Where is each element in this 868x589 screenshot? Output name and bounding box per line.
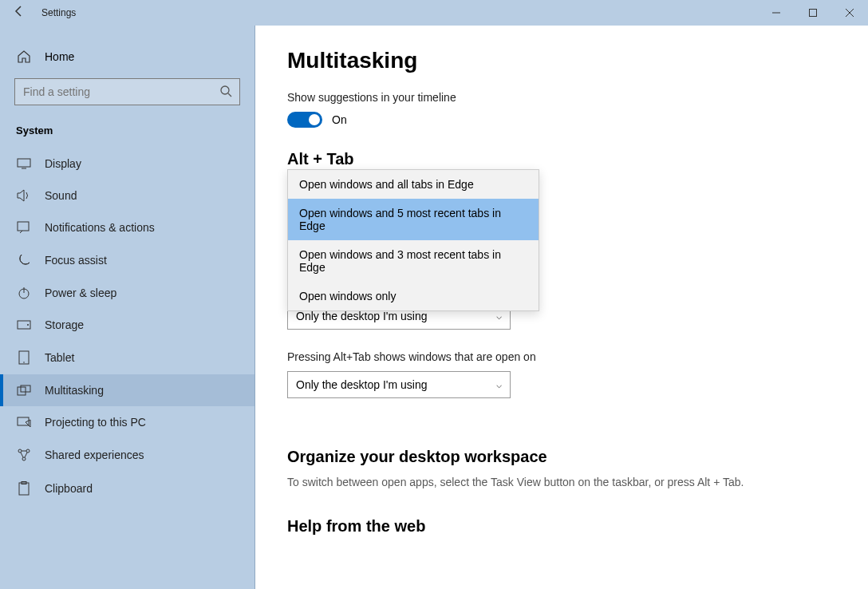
tablet-icon	[16, 350, 32, 365]
sidebar-item-label: Notifications & actions	[45, 221, 155, 234]
svg-rect-6	[18, 159, 30, 167]
svg-line-5	[228, 93, 231, 97]
sidebar-item-tablet[interactable]: Tablet	[0, 341, 254, 374]
alttab-windows-select[interactable]: Only the desktop I'm using ⌵	[287, 371, 511, 398]
dropdown-option[interactable]: Open windows only	[288, 282, 539, 310]
timeline-toggle[interactable]	[287, 112, 322, 128]
sidebar-item-storage[interactable]: Storage	[0, 309, 254, 341]
sidebar-item-label: Projecting to this PC	[45, 416, 146, 429]
help-heading: Help from the web	[287, 517, 836, 536]
sidebar: Home System Display Sound Notifications …	[0, 26, 255, 589]
svg-rect-15	[18, 387, 26, 395]
notifications-icon	[16, 221, 32, 234]
sidebar-item-sound[interactable]: Sound	[0, 180, 254, 211]
timeline-label: Show suggestions in your timeline	[287, 91, 836, 104]
alttab-windows-label: Pressing Alt+Tab shows windows that are …	[287, 350, 836, 363]
shared-experiences-icon	[16, 448, 32, 462]
sidebar-item-label: Multitasking	[45, 384, 104, 397]
storage-icon	[16, 320, 32, 330]
sidebar-item-multitasking[interactable]: Multitasking	[0, 374, 254, 406]
window-title: Settings	[38, 7, 76, 18]
taskbar-select-value: Only the desktop I'm using	[296, 310, 428, 322]
svg-point-18	[18, 449, 22, 453]
close-button[interactable]	[831, 0, 868, 26]
svg-point-19	[26, 449, 30, 453]
sidebar-item-label: Clipboard	[45, 482, 93, 495]
sidebar-item-power-sleep[interactable]: Power & sleep	[0, 277, 254, 309]
dropdown-option[interactable]: Open windows and 3 most recent tabs in E…	[288, 240, 539, 282]
titlebar: Settings	[0, 0, 868, 26]
organize-desc: To switch between open apps, select the …	[287, 476, 836, 488]
sidebar-item-label: Focus assist	[45, 254, 107, 267]
sidebar-item-display[interactable]: Display	[0, 148, 254, 180]
home-label: Home	[45, 50, 74, 63]
svg-point-4	[221, 86, 229, 94]
sidebar-item-focus-assist[interactable]: Focus assist	[0, 243, 254, 277]
dropdown-option[interactable]: Open windows and 5 most recent tabs in E…	[288, 199, 539, 240]
projecting-icon	[16, 417, 32, 428]
content-pane: Multitasking Show suggestions in your ti…	[255, 26, 868, 589]
sidebar-item-label: Shared experiences	[45, 449, 144, 461]
sidebar-item-label: Power & sleep	[45, 287, 116, 299]
minimize-button[interactable]	[758, 0, 795, 26]
sidebar-item-label: Display	[45, 157, 81, 170]
search-container	[14, 78, 240, 105]
maximize-button[interactable]	[795, 0, 831, 26]
svg-rect-8	[18, 222, 29, 231]
search-icon	[219, 85, 232, 101]
sidebar-item-projecting[interactable]: Projecting to this PC	[0, 406, 254, 438]
alttab-heading: Alt + Tab	[287, 150, 836, 168]
chevron-down-icon: ⌵	[496, 379, 502, 390]
category-heading: System	[0, 120, 254, 148]
sidebar-item-notifications[interactable]: Notifications & actions	[0, 211, 254, 243]
back-button[interactable]	[0, 5, 38, 21]
toggle-state: On	[332, 113, 347, 126]
home-nav[interactable]: Home	[0, 42, 254, 72]
page-title: Multitasking	[287, 48, 836, 73]
svg-point-12	[27, 324, 29, 326]
svg-rect-21	[19, 483, 29, 495]
power-icon	[16, 287, 32, 299]
sidebar-item-label: Storage	[45, 318, 84, 331]
svg-point-14	[23, 362, 25, 363]
alttab-windows-select-value: Only the desktop I'm using	[296, 378, 428, 391]
dropdown-option[interactable]: Open windows and all tabs in Edge	[288, 170, 539, 199]
svg-point-20	[22, 457, 26, 461]
organize-heading: Organize your desktop workspace	[287, 448, 836, 466]
home-icon	[16, 49, 32, 64]
alttab-dropdown: Open windows and all tabs in Edge Open w…	[287, 169, 539, 311]
clipboard-icon	[16, 481, 32, 496]
multitasking-icon	[16, 385, 32, 396]
chevron-down-icon: ⌵	[496, 310, 502, 322]
sidebar-item-label: Tablet	[45, 351, 74, 364]
sidebar-item-shared-experiences[interactable]: Shared experiences	[0, 438, 254, 472]
svg-rect-1	[810, 10, 817, 17]
sidebar-item-clipboard[interactable]: Clipboard	[0, 472, 254, 505]
display-icon	[16, 158, 32, 169]
focus-assist-icon	[16, 253, 32, 267]
search-input[interactable]	[14, 78, 240, 105]
sidebar-item-label: Sound	[45, 189, 77, 202]
sound-icon	[16, 189, 32, 202]
